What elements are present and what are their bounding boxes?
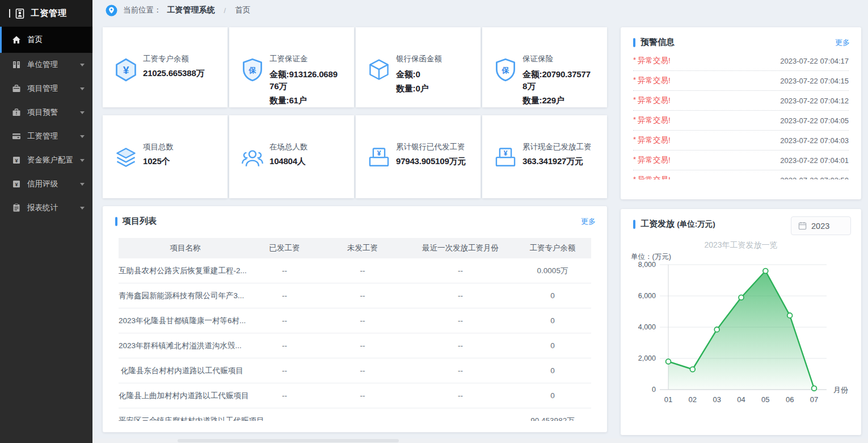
sidebar-item-project-warning[interactable]: 项目预警 — [0, 101, 92, 124]
table-row[interactable]: 互助县农村公路灾后恢复重建工程-2... -- -- -- 0.0005万 — [119, 258, 591, 283]
yen-box-icon: ¥ — [11, 156, 21, 165]
table-row[interactable]: 化隆县上曲加村村内道路以工代赈项目 -- -- -- 0 — [119, 383, 591, 408]
breadcrumb: 当前位置： 工资管理系统 / 首页 — [92, 0, 868, 20]
stat-label: 工资保证金 — [269, 54, 340, 64]
app-logo: 工资管理 — [0, 0, 92, 27]
breadcrumb-separator: / — [224, 6, 226, 15]
id-card-icon — [15, 8, 26, 19]
warning-more-link[interactable]: 更多 — [835, 37, 850, 48]
stat-label: 在场总人数 — [269, 142, 340, 152]
stat-amount: 金额:20790.375778万 — [523, 68, 593, 92]
stat-count: 数量:229户 — [523, 95, 593, 106]
table-row[interactable]: 2023年群科镇滩北村溢洪道沟水毁... -- -- -- 0 — [119, 333, 591, 358]
cube-icon — [366, 57, 391, 82]
warning-item[interactable]: *异常交易!2023-07-22 07:03:50 — [633, 170, 849, 179]
svg-text:05: 05 — [761, 395, 769, 404]
svg-text:单位：(万元): 单位：(万元) — [631, 253, 671, 261]
svg-text:07: 07 — [810, 395, 818, 404]
sidebar-item-label: 工资管理 — [27, 131, 58, 141]
shield-bao-icon: 保 — [240, 57, 265, 82]
warning-label: 异常交易! — [638, 155, 671, 165]
layers-icon — [113, 145, 138, 170]
main-area: 当前位置： 工资管理系统 / 首页 ¥ 工资专户余额 21025.665388万 — [92, 0, 868, 443]
stat-card-people-onsite: 在场总人数 104804人 — [229, 115, 354, 198]
title-accent-bar — [115, 217, 117, 226]
stats-row-1: ¥ 工资专户余额 21025.665388万 保 工资保证金 金额:913126… — [103, 27, 607, 107]
sidebar-item-project-mgmt[interactable]: 项目管理 — [0, 77, 92, 101]
horizontal-scrollbar[interactable] — [92, 438, 868, 443]
stat-label: 保证保险 — [523, 54, 593, 64]
svg-text:2023年工资发放一览: 2023年工资发放一览 — [704, 240, 777, 249]
stat-amount: 金额:0 — [396, 68, 466, 80]
warning-marker: * — [633, 76, 636, 84]
stat-count: 数量:0户 — [396, 83, 466, 94]
warning-marker: * — [633, 95, 636, 104]
warning-time: 2023-07-22 07:04:05 — [780, 116, 849, 125]
stat-card-bank-guarantee: 银行保函金额 金额:0 数量:0户 — [356, 27, 481, 107]
warning-time: 2023-07-22 07:04:15 — [780, 77, 849, 85]
svg-text:01: 01 — [664, 395, 672, 404]
svg-text:2,000: 2,000 — [638, 354, 656, 362]
table-row[interactable]: 2023年化隆县甘都镇隆康一村等6村... -- -- -- 0 — [119, 308, 591, 333]
briefcase-icon — [11, 84, 21, 94]
wage-chart-panel: 工资发放 (单位:万元) 2023 2023年工资发放一览单位：(万元)02,0… — [621, 209, 861, 435]
sidebar-item-unit-mgmt[interactable]: 单位管理 — [0, 53, 92, 77]
sidebar-item-label: 项目管理 — [27, 83, 58, 94]
warning-time: 2023-07-22 07:04:03 — [780, 136, 849, 145]
warning-item[interactable]: *异常交易!2023-07-22 07:04:17 — [633, 51, 849, 71]
sidebar-item-label: 信用评级 — [27, 179, 58, 189]
svg-text:04: 04 — [737, 395, 745, 404]
stats-row-2: 项目总数 1025个 在场总人数 104804人 ¥ — [103, 115, 607, 198]
sidebar-item-home[interactable]: 首页 — [0, 27, 92, 53]
table-row[interactable]: 平安区三合镇庄廓村村内道路以工代赈项目 -- -- -- 90.453982万 — [119, 408, 591, 421]
stat-value: 363.341927万元 — [523, 156, 593, 167]
warning-item[interactable]: *异常交易!2023-07-22 07:04:12 — [633, 91, 849, 111]
stat-value: 97943.905109万元 — [396, 156, 466, 167]
sidebar-item-label: 资金账户配置 — [27, 155, 73, 165]
breadcrumb-current[interactable]: 首页 — [235, 5, 250, 15]
warning-time: 2023-07-22 07:04:01 — [780, 156, 849, 165]
warning-time: 2023-07-22 07:04:12 — [780, 97, 849, 105]
chevron-down-icon — [80, 183, 85, 186]
location-pin-icon — [106, 5, 117, 16]
warning-label: 异常交易! — [638, 56, 671, 66]
calendar-icon — [798, 222, 807, 230]
year-select-value: 2023 — [811, 222, 829, 231]
svg-text:¥: ¥ — [15, 158, 18, 164]
sidebar-item-fund-account[interactable]: ¥ 资金账户配置 — [0, 148, 92, 172]
sidebar-item-report-stats[interactable]: 报表统计 — [0, 196, 92, 220]
cash-yen-icon: ¥ — [366, 145, 391, 170]
warning-list: *异常交易!2023-07-22 07:04:17 *异常交易!2023-07-… — [633, 51, 849, 179]
app-title: 工资管理 — [31, 8, 67, 19]
stat-value: 1025个 — [143, 156, 213, 167]
people-icon — [240, 145, 265, 170]
svg-text:4,000: 4,000 — [638, 323, 656, 331]
sidebar-item-label: 首页 — [27, 35, 43, 45]
warning-item[interactable]: *异常交易!2023-07-22 07:04:01 — [633, 151, 849, 170]
warning-item[interactable]: *异常交易!2023-07-22 07:04:05 — [633, 111, 849, 131]
scrollbar-thumb[interactable] — [178, 439, 399, 442]
chevron-down-icon — [80, 159, 85, 162]
sidebar-item-label: 报表统计 — [27, 203, 58, 213]
svg-text:03: 03 — [713, 395, 720, 404]
breadcrumb-root[interactable]: 工资管理系统 — [167, 5, 215, 15]
warning-label: 异常交易! — [638, 76, 671, 86]
warning-item[interactable]: *异常交易!2023-07-22 07:04:03 — [633, 131, 849, 151]
table-row[interactable]: 青海鑫园新能源科技有限公司年产3... -- -- -- 0 — [119, 283, 591, 308]
table-row[interactable]: 化隆县东台村村内道路以工代赈项目 -- -- -- 0 — [119, 358, 591, 383]
sidebar-item-salary-mgmt[interactable]: 工资管理 — [0, 124, 92, 148]
col-unpaid-salary: 未发工资 — [317, 243, 408, 253]
warning-label: 异常交易! — [638, 115, 671, 126]
warning-panel-title: 预警信息 — [641, 37, 675, 48]
col-account-balance: 工资专户余额 — [513, 243, 591, 253]
stat-value: 21025.665388万 — [143, 68, 213, 79]
sidebar-item-credit-rating[interactable]: ¥ 信用评级 — [0, 172, 92, 196]
warning-marker: * — [633, 135, 636, 144]
warning-marker: * — [633, 56, 636, 64]
warning-item[interactable]: *异常交易!2023-07-22 07:04:15 — [633, 71, 849, 91]
svg-text:¥: ¥ — [504, 149, 508, 157]
year-select[interactable]: 2023 — [791, 216, 851, 235]
title-accent-bar — [633, 38, 635, 47]
stat-amount: 金额:913126.068976万 — [269, 68, 340, 92]
project-list-more-link[interactable]: 更多 — [581, 216, 596, 227]
